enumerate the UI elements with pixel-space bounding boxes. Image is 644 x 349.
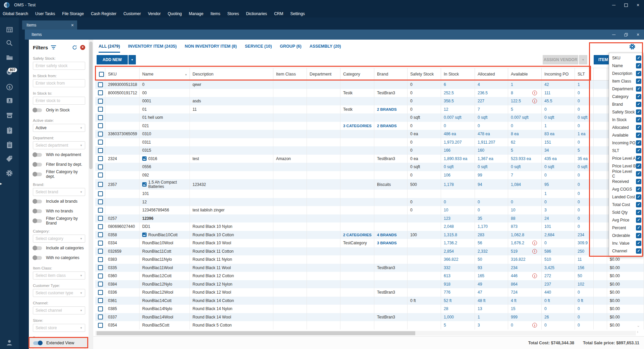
table-row[interactable]: 0336RounBlac12WoolRound Black 12 WoolTes…: [95, 288, 644, 297]
filters-scrollbar[interactable]: [89, 40, 93, 349]
toggle-filter-brand-by-dept[interactable]: [33, 163, 42, 166]
checkbox-checked-icon[interactable]: ✓: [636, 86, 641, 92]
row-checkbox[interactable]: [98, 290, 103, 295]
column-chooser-item-percent[interactable]: Percent✓: [609, 224, 643, 232]
table-row[interactable]: 0001asds0358.5227122.5!45.50: [95, 97, 644, 105]
filter-toggle-filter-brand-by-dept[interactable]: Filter Brand by dept.: [33, 160, 85, 169]
column-chooser-item-channel[interactable]: Channel✓: [609, 247, 643, 255]
column-chooser-item-price-level-c[interactable]: Price Level C✓: [609, 170, 643, 178]
row-checkbox[interactable]: [98, 232, 103, 237]
column-header-available[interactable]: Available: [508, 68, 542, 80]
table-row[interactable]: 800050019171200TestkTestBran30252.5236.5…: [95, 89, 644, 97]
menu-item-quoting[interactable]: Quoting: [168, 11, 182, 16]
checkbox-checked-icon[interactable]: ✓: [636, 156, 641, 161]
toggle-filter-category-by-dept[interactable]: [33, 172, 42, 176]
column-chooser-item-sold-qty[interactable]: Sold Qty✓: [609, 208, 643, 216]
tab-close-icon[interactable]: ×: [71, 22, 74, 28]
menu-item-vendor[interactable]: Vendor: [148, 11, 161, 16]
window-maximize-button[interactable]: [620, 0, 632, 10]
checkbox-checked-icon[interactable]: ✓: [636, 248, 641, 254]
assign-vendor-button[interactable]: ASSIGN VENDOR: [543, 55, 578, 64]
column-header-incoming-po[interactable]: Incoming PO: [542, 68, 575, 80]
filter-toggle-with-no-categories[interactable]: With no categories: [33, 253, 85, 262]
filter-toggle-include-all-brands[interactable]: Include all brands: [33, 197, 85, 206]
column-chooser-item-sku[interactable]: SKU✓: [609, 54, 643, 62]
table-row[interactable]: 0384RounBlac12NyloRound Black 12 Nylon91…: [95, 280, 644, 289]
items-window-minimize-button[interactable]: ─: [608, 30, 620, 40]
table-row[interactable]: 080696027440DD1Round Black 10 Nylon2,048…: [95, 222, 644, 231]
filter-select-brand[interactable]: Select brand▼: [33, 188, 85, 196]
menu-item-settings[interactable]: Settings: [290, 11, 305, 16]
table-row[interactable]: 0358RounBlac10CottRound Black 10 Cotton2…: [95, 231, 644, 239]
menu-item-cash-register[interactable]: Cash Register: [91, 11, 116, 16]
row-checkbox[interactable]: [98, 115, 103, 120]
filter-toggle-with-no-department[interactable]: With no department: [33, 150, 85, 159]
column-chooser-item-department[interactable]: Department✓: [609, 85, 643, 93]
table-row[interactable]: 23571.5 Ah Compact Batteries123432Biscui…: [95, 179, 644, 190]
scroll-right-icon[interactable]: ›: [637, 330, 638, 334]
toggle-filter-category-by-brand[interactable]: [33, 219, 42, 223]
checkbox-checked-icon[interactable]: ✓: [636, 179, 641, 184]
table-row[interactable]: 031101,973.2071,911.207621510: [95, 138, 644, 147]
column-chooser-item-incoming-po[interactable]: Incoming PO✓: [609, 139, 643, 147]
toggle-with-no-brands[interactable]: [33, 209, 42, 213]
checkbox-checked-icon[interactable]: ✓: [636, 102, 641, 107]
column-chooser-item-received[interactable]: Received✓: [609, 178, 643, 185]
column-chooser-item-avg-cogs[interactable]: Avg COGS✓: [609, 185, 643, 193]
sidebar-money-icon[interactable]: $: [0, 83, 19, 91]
toggle-include-all-brands[interactable]: [33, 200, 42, 203]
menu-item-customer[interactable]: Customer: [123, 11, 141, 16]
table-row[interactable]: 0335RounBlac11WoolRound Black 11 WoolTes…: [95, 264, 644, 272]
checkbox-checked-icon[interactable]: ✓: [636, 71, 641, 76]
table-row[interactable]: 0385RounBlac14NyloRound Black 14 Nylon28…: [95, 305, 644, 313]
brand-link[interactable]: 2 BRANDS: [377, 124, 397, 128]
menu-item-file-storage[interactable]: File Storage: [62, 11, 84, 16]
column-header-allocated[interactable]: Allocated: [475, 68, 508, 80]
column-header-in-stock[interactable]: In Stock: [441, 68, 475, 80]
checkbox-checked-icon[interactable]: ✓: [636, 187, 641, 192]
menu-item-user-tasks[interactable]: User Tasks: [35, 11, 55, 16]
toggle-include-all-categories[interactable]: [33, 246, 42, 250]
column-chooser-item-name[interactable]: Name✓: [609, 62, 643, 69]
checkbox-checked-icon[interactable]: ✓: [636, 55, 641, 61]
tab-inventory-item-2435-[interactable]: INVENTORY ITEM (2435): [128, 44, 177, 53]
table-row[interactable]: 0213 CATEGORIES2 BRANDS000010: [95, 122, 644, 130]
checkbox-checked-icon[interactable]: ✓: [636, 163, 641, 169]
row-checkbox[interactable]: [98, 172, 103, 178]
column-chooser-item-avg-price[interactable]: Avg Price✓: [609, 216, 643, 224]
horizontal-scrollbar-thumb[interactable]: [97, 331, 415, 335]
table-row[interactable]: 12000000: [95, 198, 644, 206]
clear-filters-icon[interactable]: ×: [80, 45, 85, 50]
table-row[interactable]: 0354RounBlac5CottRound Black 5 Cotton530…: [95, 321, 644, 330]
checkbox-checked-icon[interactable]: ✓: [636, 202, 641, 207]
window-close-button[interactable]: ×: [632, 0, 644, 10]
row-checkbox[interactable]: [98, 99, 103, 104]
scroll-down-icon[interactable]: ⌄: [637, 323, 640, 328]
filter-select-department[interactable]: Select department▼: [33, 141, 85, 149]
filter-select-customer-type[interactable]: Select customer type▼: [33, 289, 85, 297]
items-window-close-button[interactable]: ×: [632, 30, 644, 40]
table-row[interactable]: 23240316testAmazonTestBran30 ea1,890.933…: [95, 155, 644, 163]
brand-link[interactable]: 4 BRANDS: [377, 233, 397, 237]
add-new-button[interactable]: ADD NEW: [97, 55, 128, 64]
row-checkbox[interactable]: [98, 140, 103, 145]
row-checkbox[interactable]: [98, 148, 103, 153]
table-row[interactable]: 123456789456test liablish zinger01001030: [95, 206, 644, 214]
row-checkbox[interactable]: [98, 298, 103, 303]
column-chooser-item-allocated[interactable]: Allocated✓: [609, 123, 643, 131]
table-row[interactable]: 05560 sqft0 sqft0 sqft0 sqft0 sqft0 sqft: [95, 163, 644, 171]
sidebar-contacts-icon[interactable]: [0, 96, 19, 105]
row-checkbox[interactable]: [98, 323, 103, 328]
row-checkbox[interactable]: [98, 90, 103, 95]
column-chooser-item-safety-stock[interactable]: Safety Stock✓: [609, 108, 643, 116]
filter-toggle-with-no-brands[interactable]: With no brands: [33, 207, 85, 215]
sidebar-tag-icon[interactable]: [0, 154, 19, 163]
brand-link[interactable]: 3 BRANDS: [377, 241, 397, 245]
tab-group-6-[interactable]: GROUP (6): [280, 44, 301, 53]
row-checkbox[interactable]: [98, 273, 103, 279]
table-row[interactable]: 032659RounBlac11CottRound Black 11 Cotto…: [95, 247, 644, 256]
column-header-name[interactable]: Name▲: [140, 68, 190, 80]
menu-item-items[interactable]: Items: [210, 11, 220, 16]
checkbox-checked-icon[interactable]: ✓: [636, 133, 641, 138]
checkbox-checked-icon[interactable]: ✓: [636, 148, 641, 153]
